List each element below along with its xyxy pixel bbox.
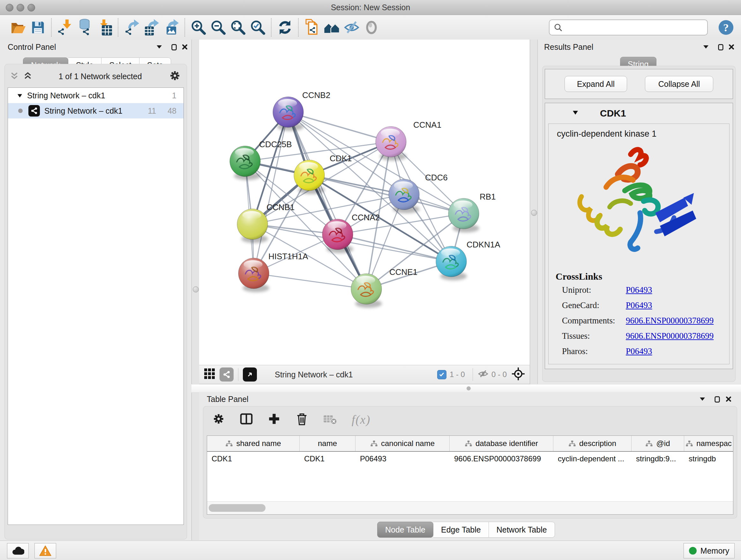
right-splitter-handle[interactable] [531, 210, 537, 216]
add-column-icon[interactable] [267, 412, 281, 427]
refresh-button[interactable] [275, 17, 295, 37]
network-edge-CCNB2-HIST1H1A[interactable] [254, 112, 288, 273]
network-edge-HIST1H1A-CCNE1[interactable] [254, 273, 366, 289]
entry-expander-icon[interactable] [572, 110, 579, 117]
column-header-shared-name[interactable]: shared name [207, 436, 300, 451]
title-bar: Session: New Session [0, 0, 741, 15]
crosslink-uniprot-link[interactable]: P06493 [626, 285, 729, 295]
crosslink-compartments-link[interactable]: 9606.ENSP00000378699 [626, 316, 729, 326]
expand-all-networks-icon[interactable] [23, 71, 32, 81]
export-network-button[interactable] [122, 17, 142, 37]
hidden-count: 0 - 0 [491, 370, 507, 379]
zoom-in-button[interactable] [189, 17, 208, 37]
show-columns-icon[interactable] [239, 412, 253, 427]
eye-icon [363, 19, 380, 36]
window-close-button[interactable] [6, 4, 13, 11]
import-network-database-button[interactable] [75, 17, 95, 37]
zoom-out-button[interactable] [208, 17, 228, 37]
tab-node-table[interactable]: Node Table [377, 522, 433, 538]
control-panel-float-icon[interactable] [169, 42, 179, 52]
node-gloss-highlight [394, 181, 413, 190]
crosslink-genecard-link[interactable]: P06493 [626, 300, 729, 310]
table-panel-menu-icon[interactable] [697, 394, 708, 405]
control-panel-menu-icon[interactable] [154, 42, 165, 52]
table-row[interactable]: CDK1 CDK1 P06493 9606.ENSP00000378699 cy… [207, 452, 733, 466]
selected-nodes-checkbox[interactable] [437, 370, 447, 379]
network-canvas[interactable]: CCNB2CCNA1CDC25BCDK1CDC6RB1CCNB1CCNA2CDK… [199, 40, 530, 365]
cell-id: stringdb:9... [631, 452, 684, 466]
import-table-button[interactable] [95, 17, 115, 37]
column-header-database-identifier[interactable]: database identifier [450, 436, 553, 451]
table-horizontal-scrollbar[interactable] [207, 501, 733, 514]
import-network-file-button[interactable] [55, 17, 75, 37]
network-tree-root-row[interactable]: String Network – cdk1 1 [8, 88, 184, 103]
houses-icon [323, 19, 340, 36]
help-button[interactable]: ? [716, 17, 736, 37]
current-network-name: String Network – cdk1 [275, 370, 353, 379]
table-options-gear-icon[interactable] [212, 412, 225, 427]
network-collection-label: String Network – cdk1 [27, 91, 105, 100]
tree-expander-icon[interactable] [17, 91, 23, 100]
zoom-fit-button[interactable] [228, 17, 248, 37]
control-panel: Control Panel Network Style Select Sets … [0, 40, 192, 540]
column-header-canonical-name[interactable]: canonical name [355, 436, 450, 451]
cell-shared-name: CDK1 [207, 452, 300, 466]
node-gloss-highlight [454, 200, 473, 209]
home-networks-button[interactable] [322, 17, 342, 37]
export-table-button[interactable] [142, 17, 161, 37]
search-input[interactable] [563, 23, 703, 32]
collapse-all-networks-icon[interactable] [10, 71, 18, 81]
crosslink-pharos-link[interactable]: P06493 [626, 347, 729, 356]
save-floppy-icon [30, 19, 46, 36]
detach-view-button[interactable] [243, 368, 257, 381]
node-gloss-highlight [299, 162, 318, 171]
zoom-selected-button[interactable] [248, 17, 268, 37]
column-header-id[interactable]: @id [631, 436, 684, 451]
hide-selected-button[interactable] [342, 17, 361, 37]
horizontal-splitter[interactable] [192, 384, 741, 393]
left-splitter-handle[interactable] [193, 287, 199, 293]
delete-table-icon [323, 413, 338, 427]
memory-button[interactable]: Memory [684, 543, 735, 558]
cell-description: cyclin-dependent ... [553, 452, 631, 466]
network-edge-CCNA2-CDKN1A[interactable] [338, 234, 451, 261]
control-panel-close-icon[interactable] [179, 42, 190, 52]
node-label-CDK1: CDK1 [330, 153, 352, 163]
expand-all-button[interactable]: Expand All [564, 76, 627, 92]
results-panel-float-icon[interactable] [715, 42, 726, 52]
network-edge-CCNB2-CCNE1[interactable] [288, 112, 366, 289]
cloud-status-button[interactable] [7, 543, 29, 558]
results-panel-close-icon[interactable] [726, 42, 737, 52]
window-minimize-button[interactable] [17, 4, 24, 11]
show-all-button[interactable] [361, 17, 381, 37]
collapse-all-button[interactable]: Collapse All [645, 76, 713, 92]
warnings-button[interactable] [35, 543, 56, 558]
node-gloss-highlight [441, 248, 460, 257]
network-view-share-button[interactable] [219, 368, 233, 381]
node-gloss-highlight [244, 260, 263, 268]
export-image-button[interactable] [161, 17, 181, 37]
tab-edge-table[interactable]: Edge Table [433, 522, 489, 538]
scrollbar-thumb[interactable] [209, 504, 266, 512]
table-panel-float-icon[interactable] [712, 394, 723, 405]
tab-network-table[interactable]: Network Table [489, 522, 555, 538]
fit-selected-crosshair-icon[interactable] [511, 367, 525, 382]
column-header-namespace[interactable]: namespac [684, 436, 733, 451]
table-panel-close-icon[interactable] [723, 394, 734, 405]
save-session-button[interactable] [28, 17, 48, 37]
column-header-description[interactable]: description [553, 436, 631, 451]
window-zoom-button[interactable] [27, 4, 35, 11]
share-file-button[interactable] [302, 17, 322, 37]
cell-database-identifier: 9606.ENSP00000378699 [450, 452, 553, 466]
open-session-button[interactable] [8, 17, 28, 37]
results-panel-menu-icon[interactable] [700, 42, 711, 52]
crosslink-label: Uniprot: [562, 285, 626, 295]
network-options-gear-icon[interactable] [169, 69, 181, 83]
grid-view-icon[interactable] [204, 368, 216, 381]
network-tree-row-selected[interactable]: String Network – cdk1 11 48 [8, 103, 184, 118]
toolbar-separator [185, 18, 185, 37]
node-gloss-highlight [278, 99, 297, 107]
crosslink-tissues-link[interactable]: 9606.ENSP00000378699 [626, 331, 729, 341]
column-header-name[interactable]: name [300, 436, 355, 451]
delete-column-trash-icon[interactable] [295, 412, 309, 427]
